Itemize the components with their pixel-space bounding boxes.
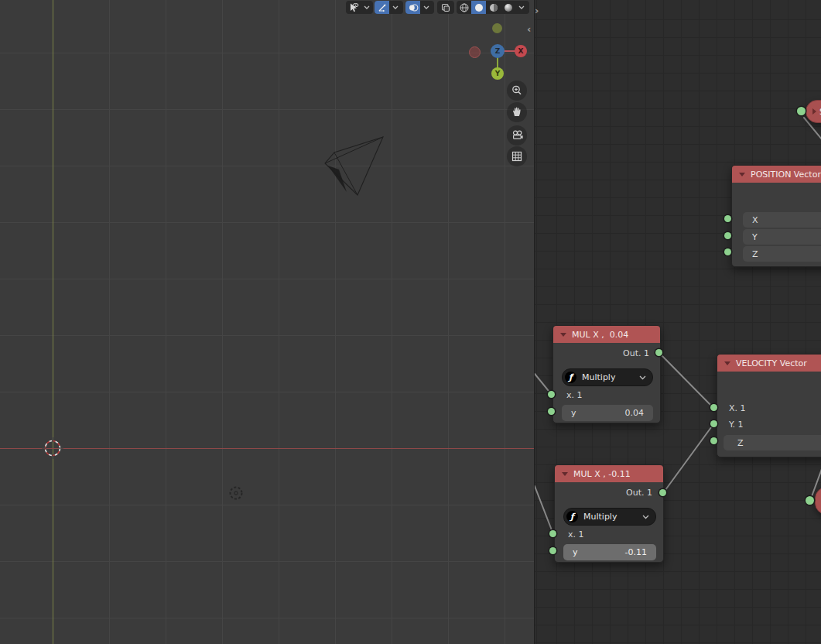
node-mul-x-004[interactable]: MUL X , 0.04 Out. 1 ƒ Multiply x. 1 y 0.… xyxy=(552,325,661,423)
x-field-label: X xyxy=(752,215,758,225)
y-field-value: 0.04 xyxy=(625,408,645,418)
node-header[interactable]: MUL X , -0.11 xyxy=(555,465,663,482)
node-editor-canvas[interactable]: › POSITION Vector X Y Z MUL X , 0.04 Out… xyxy=(534,0,821,644)
movie-camera-icon xyxy=(511,129,524,142)
chevron-down-icon[interactable] xyxy=(515,1,527,14)
position-z-input-socket[interactable] xyxy=(724,248,731,255)
position-y-input-socket[interactable] xyxy=(724,232,731,239)
y-value-field[interactable]: y 0.04 xyxy=(562,405,653,421)
empty-origin[interactable] xyxy=(231,488,242,499)
collapsed-node-bottom[interactable] xyxy=(815,487,821,515)
header-collapse-icon[interactable]: › xyxy=(535,5,539,15)
gizmo-z-label: Z xyxy=(495,47,501,55)
mul2-y-input-socket[interactable] xyxy=(549,547,556,554)
3d-viewport-canvas[interactable]: Z X Y xyxy=(0,0,534,644)
gizmo-z-ball[interactable]: Z xyxy=(491,44,505,58)
solid-sphere-icon[interactable] xyxy=(471,1,486,14)
grid-icon xyxy=(511,150,523,163)
node-mul-x-neg011[interactable]: MUL X , -0.11 Out. 1 ƒ Multiply x. 1 y -… xyxy=(554,464,664,563)
node-title: MUL X , -0.11 xyxy=(573,469,631,479)
gizmo-arrows-icon[interactable] xyxy=(375,1,389,14)
operation-dropdown[interactable]: ƒ Multiply xyxy=(563,508,656,526)
collapse-triangle-icon[interactable] xyxy=(724,361,730,365)
z-field[interactable]: Z xyxy=(743,246,821,262)
x-input-label: X. 1 xyxy=(729,403,746,413)
function-icon: ƒ xyxy=(565,372,576,383)
mul2-output-socket[interactable] xyxy=(659,489,666,496)
y-value-field[interactable]: y -0.11 xyxy=(563,544,656,560)
velocity-z-input-socket[interactable] xyxy=(710,437,717,444)
node-title: VELOCITY Vector xyxy=(736,358,807,368)
chevron-down-icon[interactable] xyxy=(420,1,432,14)
output-label: Out. 1 xyxy=(626,488,652,498)
collapsed-bottom-input-socket[interactable] xyxy=(806,496,814,505)
show-overlays-group xyxy=(405,1,434,14)
viewport-shading-group xyxy=(457,1,529,14)
chevron-down-icon[interactable] xyxy=(361,1,372,14)
collapse-triangle-icon[interactable] xyxy=(739,173,745,176)
camera-view-button[interactable] xyxy=(507,125,527,146)
collapsed-top-input-socket[interactable] xyxy=(797,107,806,115)
gizmo-y-ball[interactable]: Y xyxy=(491,67,504,80)
y-field-value: -0.11 xyxy=(625,547,647,557)
world-y-axis-line xyxy=(53,0,53,644)
pan-button[interactable] xyxy=(507,102,527,122)
node-title: MUL X , 0.04 xyxy=(572,330,628,340)
overlays-icon[interactable] xyxy=(405,1,420,14)
node-position-vector[interactable]: POSITION Vector X Y Z xyxy=(731,165,821,267)
ortho-toggle-button[interactable] xyxy=(507,146,527,166)
node-header[interactable]: VELOCITY Vector xyxy=(717,355,821,372)
wire-mul2-to-velocity-y xyxy=(663,424,713,493)
material-sphere-icon[interactable] xyxy=(486,1,501,14)
wireframe-sphere-icon[interactable] xyxy=(457,1,471,14)
z-value-field[interactable]: Z xyxy=(724,435,821,450)
object-visibility-group xyxy=(346,1,373,14)
position-x-input-socket[interactable] xyxy=(724,215,731,222)
toggle-xray-group xyxy=(437,1,454,14)
x-field[interactable]: X xyxy=(743,212,821,228)
magnifier-plus-icon xyxy=(511,84,523,97)
function-icon: ƒ xyxy=(566,511,578,522)
collapse-triangle-icon[interactable] xyxy=(562,472,568,476)
expand-triangle-icon[interactable] xyxy=(812,108,816,115)
z-field-label: Z xyxy=(752,249,758,259)
y-field-label: y xyxy=(571,408,576,418)
cursor-eye-icon[interactable] xyxy=(346,1,361,14)
output-label: Out. 1 xyxy=(623,348,649,358)
zoom-button[interactable] xyxy=(507,80,527,101)
scene-overlay xyxy=(0,0,534,644)
node-header[interactable]: POSITION Vector xyxy=(732,166,821,183)
collapsed-node-top[interactable]: S xyxy=(806,100,821,123)
velocity-x-input-socket[interactable] xyxy=(710,404,717,411)
y-field[interactable]: Y xyxy=(743,229,821,245)
gizmo-minus-x-ball[interactable] xyxy=(469,46,481,58)
z-field-label: Z xyxy=(737,438,744,448)
x-input-label: x. 1 xyxy=(568,529,584,540)
rendered-sphere-icon[interactable] xyxy=(501,1,515,14)
operation-dropdown[interactable]: ƒ Multiply xyxy=(562,368,653,386)
sidebar-collapse-icon[interactable]: ‹ xyxy=(527,24,531,34)
xray-icon[interactable] xyxy=(437,1,454,14)
gizmo-minus-y-ball[interactable] xyxy=(492,23,502,33)
gizmo-x-label: X xyxy=(518,47,524,55)
node-velocity-vector[interactable]: VELOCITY Vector X. 1 Y. 1 Z xyxy=(717,354,821,457)
wireframe-cone[interactable] xyxy=(325,137,383,195)
blender-window: Z X Y xyxy=(0,0,821,644)
wire-to-mul2-x xyxy=(535,486,553,534)
y-field-label: Y xyxy=(752,232,758,242)
mul1-y-input-socket[interactable] xyxy=(548,408,555,415)
y-field-label: y xyxy=(573,547,578,557)
velocity-y-input-socket[interactable] xyxy=(710,420,717,427)
node-header[interactable]: MUL X , 0.04 xyxy=(553,326,660,343)
y-input-label: Y. 1 xyxy=(729,420,743,430)
show-gizmos-group xyxy=(375,1,403,14)
gizmo-x-ball[interactable]: X xyxy=(515,45,527,57)
mul2-x-input-socket[interactable] xyxy=(549,530,556,537)
gizmo-y-label: Y xyxy=(495,70,501,77)
x-input-label: x. 1 xyxy=(566,390,583,400)
mul1-output-socket[interactable] xyxy=(655,349,662,356)
mul1-x-input-socket[interactable] xyxy=(548,391,555,398)
chevron-down-icon[interactable] xyxy=(389,1,401,14)
wire-mul1-to-velocity-x xyxy=(659,353,713,408)
collapse-triangle-icon[interactable] xyxy=(560,333,566,337)
